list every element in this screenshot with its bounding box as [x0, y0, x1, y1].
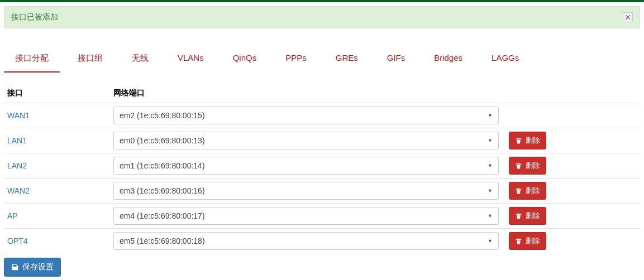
- port-select[interactable]: em3 (1e:c5:69:80:00:16): [113, 182, 499, 200]
- tab-7[interactable]: GIFs: [376, 45, 417, 73]
- interface-link[interactable]: LAN1: [7, 136, 27, 145]
- top-accent-bar: [0, 0, 644, 2]
- delete-button[interactable]: 删除: [509, 132, 546, 149]
- port-select[interactable]: em5 (1e:c5:69:80:00:18): [113, 232, 499, 250]
- delete-button[interactable]: 删除: [509, 182, 546, 200]
- col-actions-header: [502, 84, 640, 103]
- tab-0[interactable]: 接口分配: [4, 45, 60, 73]
- interface-link[interactable]: LAN2: [7, 161, 27, 170]
- port-select-value: em2 (1e:c5:69:80:00:15): [120, 111, 205, 120]
- port-select[interactable]: em1 (1e:c5:69:80:00:14): [113, 157, 499, 175]
- save-button[interactable]: 保存设置: [4, 258, 61, 277]
- interface-link[interactable]: WAN2: [7, 186, 30, 195]
- port-select-value: em4 (1e:c5:69:80:00:17): [120, 211, 205, 220]
- delete-button-label: 删除: [526, 211, 540, 221]
- tabs: 接口分配接口组无线VLANsQinQsPPPsGREsGIFsBridgesLA…: [0, 45, 644, 73]
- save-button-label: 保存设置: [22, 262, 54, 272]
- port-select-value: em3 (1e:c5:69:80:00:16): [120, 186, 205, 195]
- tab-1[interactable]: 接口组: [66, 45, 114, 73]
- trash-icon: [515, 238, 522, 245]
- port-select[interactable]: em0 (1e:c5:69:80:00:13): [113, 132, 499, 149]
- tab-5[interactable]: PPPs: [274, 45, 318, 73]
- table-row: WAN1em2 (1e:c5:69:80:00:15): [4, 103, 640, 128]
- tab-3[interactable]: VLANs: [166, 45, 215, 73]
- port-select[interactable]: em4 (1e:c5:69:80:00:17): [113, 207, 499, 225]
- trash-icon: [515, 213, 522, 220]
- delete-button[interactable]: 删除: [509, 207, 546, 225]
- success-alert: 接口已被添加 ×: [4, 6, 640, 28]
- table-row: APem4 (1e:c5:69:80:00:17)删除: [4, 204, 640, 229]
- port-select-value: em1 (1e:c5:69:80:00:14): [120, 161, 205, 170]
- tab-4[interactable]: QinQs: [222, 45, 268, 73]
- delete-button[interactable]: 删除: [509, 157, 546, 175]
- table-row: LAN1em0 (1e:c5:69:80:00:13)删除: [4, 128, 640, 153]
- alert-message: 接口已被添加: [11, 12, 58, 22]
- trash-icon: [515, 187, 522, 195]
- delete-button-label: 删除: [526, 186, 540, 196]
- interfaces-table: 接口 网络端口 WAN1em2 (1e:c5:69:80:00:15)LAN1e…: [4, 84, 640, 253]
- delete-button-label: 删除: [526, 236, 540, 246]
- delete-button-label: 删除: [526, 136, 540, 146]
- port-select[interactable]: em2 (1e:c5:69:80:00:15): [113, 107, 499, 124]
- trash-icon: [515, 162, 522, 170]
- interface-link[interactable]: OPT4: [7, 236, 28, 245]
- delete-button[interactable]: 删除: [509, 232, 546, 250]
- save-icon: [11, 263, 19, 271]
- port-select-value: em0 (1e:c5:69:80:00:13): [120, 136, 205, 145]
- tab-9[interactable]: LAGGs: [480, 45, 530, 73]
- tab-8[interactable]: Bridges: [423, 45, 474, 73]
- tab-6[interactable]: GREs: [325, 45, 369, 73]
- table-row: WAN2em3 (1e:c5:69:80:00:16)删除: [4, 178, 640, 204]
- interface-link[interactable]: AP: [7, 211, 18, 220]
- col-interface-header: 接口: [4, 84, 110, 103]
- close-icon[interactable]: ×: [623, 12, 633, 22]
- table-row: LAN2em1 (1e:c5:69:80:00:14)删除: [4, 153, 640, 178]
- tab-2[interactable]: 无线: [121, 45, 160, 73]
- col-port-header: 网络端口: [110, 84, 502, 103]
- delete-button-label: 删除: [526, 161, 540, 171]
- trash-icon: [515, 137, 522, 144]
- port-select-value: em5 (1e:c5:69:80:00:18): [120, 236, 205, 245]
- interface-link[interactable]: WAN1: [7, 111, 30, 120]
- table-row: OPT4em5 (1e:c5:69:80:00:18)删除: [4, 229, 640, 254]
